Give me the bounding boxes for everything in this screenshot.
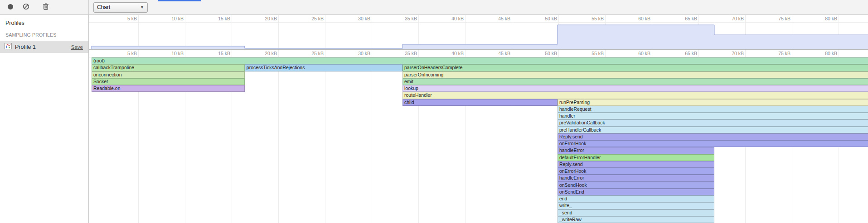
flame-frame[interactable]: Reply.send [558,133,868,140]
grid-line [232,15,232,22]
memory-overview[interactable] [89,23,868,50]
grid-line [652,50,652,57]
flame-frame[interactable]: callbackTrampoline [92,64,245,71]
grid-line [558,15,559,22]
ruler-tick-label: 60 kB [621,51,650,56]
ruler-tick-label: 55 kB [575,51,604,56]
ruler-tick-label: 5 kB [108,16,137,21]
ruler-tick-label: 65 kB [668,16,697,21]
trash-icon [43,3,49,11]
ruler-tick-label: 65 kB [668,51,697,56]
ruler-tick-label: 25 kB [295,51,324,56]
flame-frame[interactable]: handleError [558,175,714,181]
grid-line [185,15,185,22]
grid-line [372,50,372,57]
overview-area-shape [89,23,868,50]
grid-line [278,57,279,223]
clear-icon [23,3,29,11]
flame-frame[interactable]: onErrorHook [558,140,868,147]
flame-frame[interactable]: preValidationCallback [558,119,868,126]
toolbar: Chart ▼ [0,0,868,15]
clear-button[interactable] [22,3,30,11]
flame-frame[interactable]: processTicksAndRejections [245,64,402,71]
ruler-tick-label: 60 kB [621,16,650,21]
grid-line [792,15,792,22]
ruler-tick-label: 40 kB [435,51,464,56]
chart-panel: 5 kB10 kB15 kB20 kB25 kB30 kB35 kB40 kB4… [89,15,868,223]
profile-name: Profile 1 [15,44,68,50]
flame-frame[interactable]: (root) [92,57,868,64]
flame-frame[interactable]: onSendEnd [558,189,714,195]
flame-frame[interactable]: child [402,99,558,106]
save-profile-link[interactable]: Save [71,44,83,50]
tab-highlight-line [158,0,201,1]
flame-frame[interactable]: Reply.send [558,161,714,168]
grid-line [138,50,139,57]
delete-profile-button[interactable] [42,3,50,11]
flame-frame[interactable]: onErrorHook [558,168,714,175]
ruler-tick-label: 35 kB [388,16,417,21]
ruler-tick-label: 30 kB [341,16,370,21]
grid-line [232,50,232,57]
flame-frame[interactable]: parserOnHeadersComplete [402,64,868,71]
grid-line [605,50,606,57]
flame-frame[interactable]: _send [558,209,714,216]
ruler-tick-label: 70 kB [715,51,744,56]
flame-frame[interactable]: parserOnIncoming [402,71,868,78]
sampling-profiles-heading: SAMPLING PROFILES [0,28,88,41]
view-mode-value: Chart [97,4,110,10]
profile-item[interactable]: Profile 1 Save [0,41,88,53]
flame-frame[interactable]: handleError [558,147,714,154]
view-mode-select[interactable]: Chart ▼ [93,2,148,13]
flame-frame[interactable]: handleRequest [558,106,868,113]
flame-frame[interactable]: preHandlerCallback [558,127,868,133]
grid-line [745,15,746,22]
flame-frame[interactable]: defaultErrorHandler [558,154,714,161]
flame-frame[interactable]: onconnection [92,71,245,78]
flame-frame[interactable]: end [558,195,714,202]
grid-line [839,15,839,22]
flame-frame[interactable]: onSendHook [558,182,714,189]
ruler-tick-label: 75 kB [761,16,790,21]
grid-line [372,57,372,223]
flame-frame[interactable]: emit [402,78,868,85]
ruler-tick-label: 10 kB [155,16,184,21]
ruler-tick-label: 55 kB [575,16,604,21]
profiles-sidebar: Profiles SAMPLING PROFILES Profile 1 Sav… [0,15,89,223]
ruler-tick-label: 20 kB [248,51,277,56]
ruler-tick-label: 45 kB [481,16,510,21]
flame-frame[interactable]: lookup [402,85,868,92]
flame-frame[interactable]: write_ [558,202,714,209]
grid-line [512,50,512,57]
ruler-tick-label: 40 kB [435,16,464,21]
ruler-tick-label: 20 kB [248,16,277,21]
ruler-tick-label: 80 kB [808,16,837,21]
grid-line [278,15,279,22]
grid-line [325,57,325,223]
flame-frame[interactable]: handler [558,113,868,119]
flame-frame[interactable]: runPreParsing [558,99,868,106]
profile-icon [5,43,12,51]
flame-frame[interactable]: routeHandler [402,92,868,99]
ruler-tick-label: 15 kB [201,51,230,56]
grid-line [372,15,372,22]
flame-frame[interactable]: Socket [92,78,245,85]
grid-line [465,15,466,22]
chevron-down-icon: ▼ [140,5,144,9]
ruler-tick-label: 45 kB [481,51,510,56]
toolbar-button-group [0,0,89,14]
ruler-tick-label: 35 kB [388,51,417,56]
record-button[interactable] [6,3,15,11]
sidebar-title: Profiles [0,15,88,28]
grid-line [512,15,512,22]
flame-chart[interactable]: (root)callbackTrampolineprocessTicksAndR… [89,57,868,223]
record-icon [7,4,14,11]
ruler-tick-label: 10 kB [155,51,184,56]
grid-line [418,15,419,22]
ruler-tick-label: 50 kB [528,16,557,21]
flame-frame[interactable]: Readable.on [92,85,245,92]
grid-line [325,15,325,22]
grid-line [792,50,792,57]
flame-ruler: 5 kB10 kB15 kB20 kB25 kB30 kB35 kB40 kB4… [89,50,868,57]
flame-frame[interactable]: _writeRaw [558,216,714,223]
